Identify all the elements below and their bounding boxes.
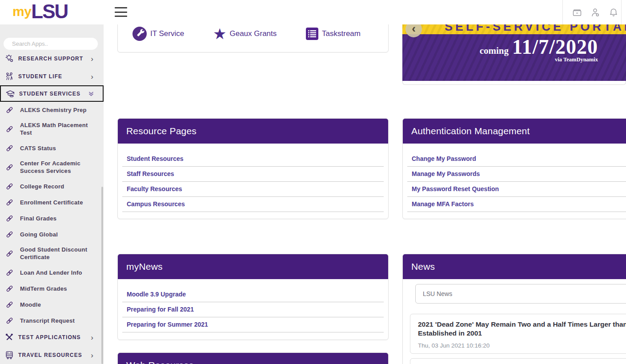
mynews-link[interactable]: Preparing for Summer 2021 (122, 317, 384, 332)
mynews-link[interactable]: Moodle 3.9 Upgrade (122, 287, 384, 302)
user-icon[interactable] (590, 7, 601, 18)
student-life-icon (4, 72, 14, 81)
sidebar-item[interactable]: Loan And Lender Info (0, 264, 104, 280)
sidebar-item[interactable]: ALEKS Math Placement Test (0, 118, 104, 140)
sidebar-item[interactable]: ALEKS Chemistry Prep (0, 102, 104, 118)
link-icon (5, 125, 14, 133)
link-icon (5, 316, 14, 325)
sidebar-scrollbar[interactable] (101, 187, 103, 364)
link-icon (5, 182, 14, 191)
chevron-right-icon: › (91, 334, 93, 341)
mylsu-logo[interactable]: my LSU (12, 3, 68, 20)
news-article-item[interactable] (410, 358, 626, 364)
news-feed-select[interactable]: LSU News (415, 284, 626, 304)
auth-link[interactable]: Manage MFA Factors (407, 197, 626, 212)
card-title: News (403, 254, 626, 279)
sidebar-group[interactable]: TEST APPLICATIONS › (0, 328, 104, 346)
sidebar-item[interactable]: CATS Status (0, 140, 104, 156)
banner-image[interactable]: coming 11/7/2020 via TeamDynamix (402, 34, 626, 81)
sidebar-group-student-services[interactable]: STUDENT SERVICES (0, 85, 104, 102)
graduation-cap-icon (5, 89, 15, 99)
sidebar-item-label: Moodle (20, 301, 41, 308)
sidebar-item-label: CATS Status (20, 144, 56, 152)
sidebar-item[interactable]: Good Student Discount Certificate (0, 242, 104, 264)
sidebar-group[interactable]: RESEARCH SUPPORT › (0, 50, 104, 68)
app-taskstream[interactable]: Taskstream (305, 27, 361, 40)
link-icon (5, 198, 14, 207)
link-icon (5, 144, 14, 152)
mynews-link[interactable]: Preparing for Fall 2021 (122, 302, 384, 317)
search-input[interactable] (4, 38, 98, 50)
wrench-circle-icon (132, 26, 147, 41)
link-icon (5, 284, 14, 293)
link-icon (5, 300, 14, 309)
sidebar-item-label: College Record (20, 183, 64, 190)
mynews-card: myNews Moodle 3.9 UpgradePreparing for F… (117, 254, 389, 340)
app-label: IT Service (150, 29, 184, 38)
app-label: Geaux Grants (229, 29, 277, 38)
chevron-right-icon: › (91, 352, 93, 359)
test-applications-icon (4, 332, 14, 342)
resource-link[interactable]: Faculty Resources (122, 182, 384, 197)
link-icon (5, 268, 14, 277)
resource-pages-card: Resource Pages Student ResourcesStaff Re… (117, 118, 389, 219)
app-it-service[interactable]: IT Service (132, 26, 184, 41)
card-title: Web Resources (118, 353, 388, 364)
sidebar-item[interactable]: College Record (0, 178, 104, 194)
travel-resources-icon (4, 350, 14, 360)
sidebar-item-label: Enrollment Certificate (20, 199, 83, 206)
sidebar-item-label: ALEKS Chemistry Prep (20, 106, 87, 114)
news-article-date: Thu, 03 Jun 2021 10:16:20 (418, 342, 626, 349)
sidebar-group-label: RESEARCH SUPPORT (18, 56, 91, 62)
sidebar-group-label: TRAVEL RESOURCES (18, 352, 91, 358)
bell-icon[interactable] (608, 7, 619, 18)
news-card: News LSU News 2021 'Dead Zone' May Remai… (402, 254, 626, 364)
file-drawer-icon[interactable] (571, 7, 583, 18)
sidebar-item[interactable]: Going Global (0, 226, 104, 242)
banner-carousel: SELF-SERVICE PORTAL coming 11/7/2020 via… (402, 24, 626, 85)
news-article-title-line1: 2021 'Dead Zone' May Remain Two and a Ha… (418, 320, 626, 329)
sidebar-item-label: Transcript Request (20, 317, 75, 324)
banner-strip-text: SELF-SERVICE PORTAL (445, 24, 626, 34)
sidebar-item[interactable]: Moodle (0, 296, 104, 312)
logo-lsu-text: LSU (31, 3, 68, 21)
chevron-right-icon: › (91, 73, 93, 80)
sidebar-item[interactable]: MidTerm Grades (0, 280, 104, 296)
app-geaux-grants[interactable]: ★ Geaux Grants (213, 27, 277, 40)
header-divider (562, 0, 563, 24)
chevron-right-icon: › (91, 55, 93, 63)
task-list-icon (305, 27, 319, 40)
link-icon (5, 106, 14, 114)
resource-link[interactable]: Campus Resources (122, 197, 384, 212)
sidebar-item[interactable]: Final Grades (0, 210, 104, 226)
sidebar-item[interactable]: Center For Academic Success Services (0, 156, 104, 178)
card-title: Authentication Management (403, 119, 626, 144)
auth-link[interactable]: Change My Password (407, 152, 626, 167)
auth-link[interactable]: My Password Reset Question (407, 182, 626, 197)
sidebar-item[interactable]: Transcript Request (0, 312, 104, 328)
link-icon (5, 214, 14, 223)
web-resources-card: Web Resources (117, 352, 389, 364)
sidebar-item-label: Going Global (20, 231, 58, 238)
sidebar-item-label: Final Grades (20, 215, 56, 222)
card-title: Resource Pages (118, 119, 388, 144)
authentication-management-card: Authentication Management Change My Pass… (402, 118, 626, 219)
sidebar-item-label: Good Student Discount Certificate (20, 246, 96, 261)
link-icon (5, 230, 14, 239)
banner-date-text: 11/7/2020 (512, 37, 598, 57)
link-icon (5, 163, 14, 172)
sidebar-group[interactable]: TRAVEL RESOURCES › (0, 346, 104, 364)
news-article-item[interactable]: 2021 'Dead Zone' May Remain Two and a Ha… (410, 314, 626, 354)
news-article-title-line2: Established in 2001 (418, 329, 626, 338)
top-header: my LSU (0, 0, 626, 24)
auth-link[interactable]: Manage My Passwords (407, 167, 626, 182)
resource-link[interactable]: Student Resources (122, 152, 384, 167)
sidebar-group[interactable]: STUDENT LIFE › (0, 68, 104, 85)
sidebar-item[interactable]: Enrollment Certificate (0, 194, 104, 210)
resource-link[interactable]: Staff Resources (122, 167, 384, 182)
sidebar-item-label: Center For Academic Success Services (20, 160, 96, 175)
banner-coming-text: coming (480, 45, 509, 56)
menu-hamburger-icon[interactable] (115, 7, 127, 17)
card-title: myNews (118, 254, 388, 279)
header-divider (621, 0, 622, 24)
